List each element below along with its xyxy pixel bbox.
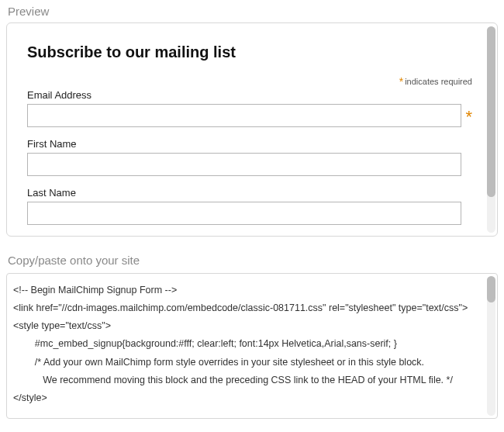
required-indicator: *indicates required	[27, 75, 472, 88]
required-text: indicates required	[405, 77, 472, 86]
asterisk-icon: *	[465, 109, 472, 126]
first-name-field[interactable]	[27, 153, 461, 176]
code-scrollbar[interactable]	[487, 276, 495, 416]
email-label: Email Address	[27, 89, 477, 101]
code-panel: <!-- Begin MailChimp Signup Form --> <li…	[6, 273, 498, 419]
preview-scrollbar[interactable]	[487, 26, 495, 233]
preview-panel: Subscribe to our mailing list *indicates…	[6, 22, 498, 237]
first-name-label: First Name	[27, 138, 477, 150]
embed-code[interactable]: <!-- Begin MailChimp Signup Form --> <li…	[7, 274, 485, 418]
email-field-wrap: *	[27, 104, 477, 127]
last-name-field-wrap	[27, 202, 477, 225]
asterisk-icon: *	[399, 75, 403, 88]
copy-section-label: Copy/paste onto your site	[0, 237, 504, 273]
first-name-field-wrap	[27, 153, 477, 176]
form-title: Subscribe to our mailing list	[27, 43, 477, 61]
preview-section-label: Preview	[0, 0, 504, 22]
last-name-field[interactable]	[27, 202, 461, 225]
preview-scrollbar-thumb[interactable]	[487, 26, 495, 197]
email-field[interactable]	[27, 104, 461, 127]
code-scrollbar-thumb[interactable]	[487, 276, 495, 302]
preview-form: Subscribe to our mailing list *indicates…	[7, 23, 497, 225]
last-name-label: Last Name	[27, 187, 477, 199]
